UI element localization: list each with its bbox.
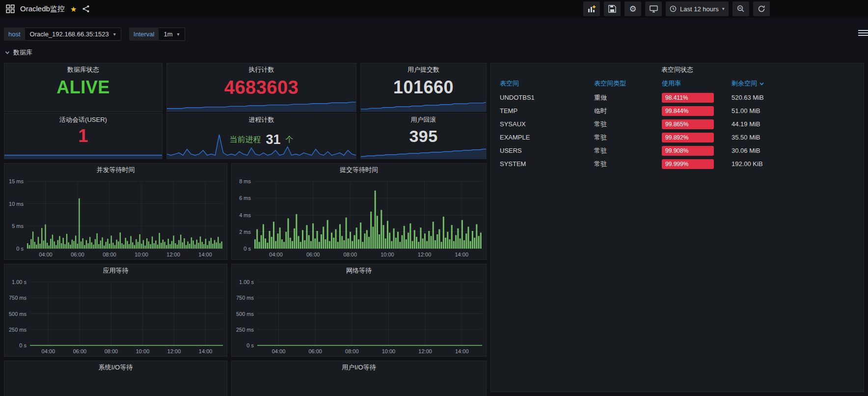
- svg-text:750 ms: 750 ms: [9, 295, 27, 301]
- tablespace-table-body: UNDOTBS1重做98.411%520.63 MiBTEMP临时99.844%…: [491, 91, 864, 170]
- process-count-overlay: 当前进程 31 个: [167, 127, 356, 152]
- table-row: SYSAUX常驻99.865%44.19 MiB: [491, 117, 864, 131]
- panel-title[interactable]: 提交等待时间: [232, 164, 486, 176]
- panel-net-wait: 网络等待 0 s250 ms500 ms750 ms1.00 s04:0006:…: [231, 264, 487, 357]
- sort-desc-icon: [760, 82, 764, 85]
- variable-host-dropdown[interactable]: host Oracle_192.168.66.35:1523 ▾: [4, 28, 121, 41]
- refresh-button[interactable]: [753, 1, 770, 16]
- svg-text:2 ms: 2 ms: [239, 229, 251, 235]
- panel-title[interactable]: 执行计数: [167, 63, 356, 76]
- svg-text:15 ms: 15 ms: [9, 178, 24, 184]
- usage-badge: 99.892%: [662, 133, 714, 142]
- svg-text:06:00: 06:00: [306, 252, 320, 257]
- panel-title[interactable]: 系统I/O等待: [4, 361, 227, 374]
- svg-text:12:00: 12:00: [418, 348, 432, 354]
- panel-process-count: 进程计数 当前进程 31 个: [166, 113, 356, 159]
- concurrent-wait-chart[interactable]: 0 s5 ms10 ms15 ms04:0006:0008:0010:0012:…: [4, 176, 227, 259]
- sparkline: [361, 99, 486, 112]
- stat-value: ALIVE: [4, 75, 162, 100]
- svg-text:06:00: 06:00: [71, 252, 84, 257]
- column-header-free[interactable]: 剩余空间: [732, 79, 855, 88]
- panel-title[interactable]: 活动会话(USER): [4, 113, 162, 126]
- variable-interval-dropdown[interactable]: Interval 1m ▾: [129, 28, 185, 41]
- tablespace-type: 常驻: [594, 146, 662, 155]
- svg-text:14:00: 14:00: [198, 252, 212, 257]
- svg-text:06:00: 06:00: [73, 348, 87, 354]
- row-title: 数据库: [13, 48, 32, 57]
- dashboard-settings-button[interactable]: ⚙: [624, 1, 641, 16]
- zoom-out-button[interactable]: [732, 1, 749, 16]
- free-space: 520.63 MiB: [732, 94, 855, 101]
- star-icon[interactable]: ★: [70, 5, 77, 13]
- usage-badge: 99.865%: [662, 119, 714, 129]
- svg-text:12:00: 12:00: [166, 252, 180, 257]
- time-range-label: Last 12 hours: [680, 5, 719, 13]
- usage-badge: 99.999%: [662, 159, 714, 169]
- svg-text:10:00: 10:00: [135, 252, 148, 257]
- panel-concurrent-wait: 并发等待时间 0 s5 ms10 ms15 ms04:0006:0008:001…: [4, 163, 227, 260]
- tablespace-type: 常驻: [594, 160, 662, 169]
- table-row: USERS常驻99.908%30.06 MiB: [491, 144, 864, 157]
- free-space: 51.00 MiB: [732, 107, 855, 114]
- panel-commit-wait: 提交等待时间 0 s2 ms4 ms6 ms8 ms04:0006:0008:0…: [231, 163, 487, 260]
- clock-icon: [670, 5, 677, 12]
- svg-text:12:00: 12:00: [418, 252, 432, 257]
- svg-text:500 ms: 500 ms: [9, 311, 27, 317]
- column-header-tablespace[interactable]: 表空间: [500, 79, 594, 88]
- net-wait-chart[interactable]: 0 s250 ms500 ms750 ms1.00 s04:0006:0008:…: [232, 277, 486, 356]
- svg-text:5 ms: 5 ms: [12, 223, 24, 229]
- svg-text:0 s: 0 s: [19, 342, 27, 348]
- apps-grid-icon[interactable]: [6, 4, 15, 13]
- panel-title[interactable]: 用户提交数: [361, 63, 486, 76]
- menu-icon[interactable]: [858, 29, 868, 36]
- cycle-view-button[interactable]: [645, 1, 662, 16]
- svg-text:08:00: 08:00: [103, 252, 116, 257]
- panel-title[interactable]: 表空间状态: [491, 63, 864, 76]
- panel-title[interactable]: 应用等待: [4, 264, 227, 277]
- tablespace-name: SYSTEM: [500, 160, 594, 168]
- panel-user-rollbacks: 用户回滚 395: [360, 113, 487, 159]
- panel-title[interactable]: 并发等待时间: [4, 164, 227, 176]
- table-row: SYSTEM常驻99.999%192.00 KiB: [491, 157, 864, 170]
- svg-text:14:00: 14:00: [455, 348, 469, 354]
- panel-title[interactable]: 网络等待: [232, 264, 486, 277]
- dashboard-title: Oracledb监控: [20, 4, 65, 14]
- panel-title[interactable]: 数据库状态: [4, 63, 162, 76]
- column-header-usage[interactable]: 使用率: [662, 79, 732, 88]
- tablespace-name: UNDOTBS1: [500, 94, 594, 101]
- free-space: 44.19 MiB: [732, 120, 855, 128]
- stat-value: 395: [361, 125, 486, 147]
- panel-active-sessions: 活动会话(USER) 1: [4, 113, 163, 159]
- panel-user-io-wait: 用户I/O等待: [231, 361, 487, 396]
- time-picker-button[interactable]: Last 12 hours ▾: [666, 1, 729, 16]
- svg-text:08:00: 08:00: [345, 348, 359, 354]
- chevron-down-icon: ▾: [177, 32, 180, 37]
- add-panel-button[interactable]: [583, 1, 600, 16]
- svg-text:08:00: 08:00: [105, 348, 118, 354]
- share-icon[interactable]: [82, 5, 90, 13]
- save-dashboard-button[interactable]: [604, 1, 621, 16]
- panel-title[interactable]: 用户I/O等待: [232, 361, 486, 374]
- process-count-unit: 个: [286, 135, 294, 145]
- svg-text:0 s: 0 s: [246, 342, 254, 348]
- chevron-down-icon: ▾: [722, 6, 725, 11]
- tablespace-name: TEMP: [500, 107, 594, 114]
- svg-text:6 ms: 6 ms: [239, 195, 251, 201]
- app-wait-chart[interactable]: 0 s250 ms500 ms750 ms1.00 s04:0006:0008:…: [4, 277, 227, 356]
- svg-text:10:00: 10:00: [380, 252, 394, 257]
- panel-app-wait: 应用等待 0 s250 ms500 ms750 ms1.00 s04:0006:…: [4, 264, 227, 357]
- svg-text:04:00: 04:00: [272, 348, 286, 354]
- panel-exec-count: 执行计数 4683603: [166, 63, 356, 112]
- panel-title[interactable]: 进程计数: [167, 113, 356, 126]
- row-header-database[interactable]: 数据库: [5, 48, 32, 57]
- process-count-value: 31: [266, 132, 280, 147]
- column-header-type[interactable]: 表空间类型: [594, 79, 662, 88]
- usage-badge: 99.844%: [662, 106, 714, 116]
- tablespace-name: USERS: [500, 147, 594, 154]
- panel-title[interactable]: 用户回滚: [361, 113, 486, 126]
- svg-text:250 ms: 250 ms: [236, 327, 254, 333]
- free-space: 35.50 MiB: [732, 134, 855, 141]
- svg-text:0 s: 0 s: [16, 246, 24, 252]
- commit-wait-chart[interactable]: 0 s2 ms4 ms6 ms8 ms04:0006:0008:0010:001…: [232, 176, 486, 259]
- tablespace-type: 常驻: [594, 133, 662, 142]
